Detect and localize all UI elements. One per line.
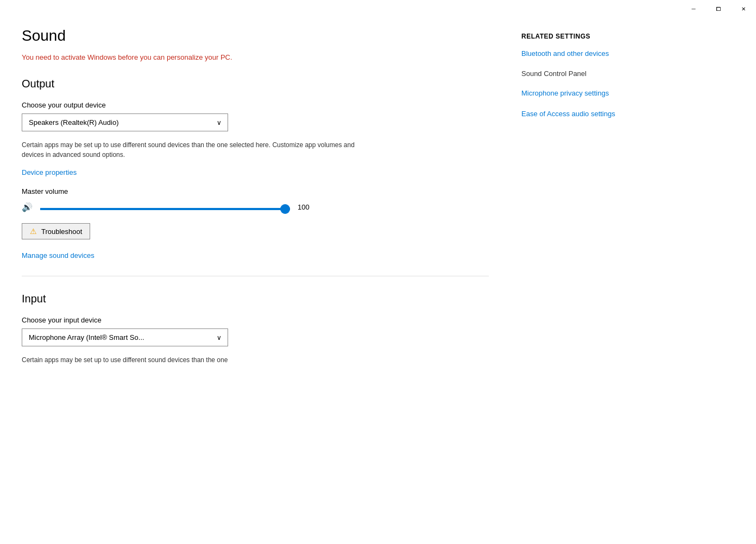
volume-label: Master volume [22, 187, 489, 195]
main-container: Sound You need to activate Windows befor… [0, 0, 756, 394]
input-device-dropdown-container: Microphone Array (Intel® Smart So... ∨ [22, 328, 228, 346]
input-device-label: Choose your input device [22, 316, 489, 324]
output-device-label: Choose your output device [22, 101, 489, 109]
sound-control-panel-link[interactable]: Sound Control Panel [521, 69, 663, 78]
input-description: Certain apps may be set up to use differ… [22, 355, 358, 365]
input-device-select[interactable]: Microphone Array (Intel® Smart So... [22, 328, 228, 346]
microphone-privacy-link[interactable]: Microphone privacy settings [521, 88, 663, 98]
volume-value: 100 [298, 203, 314, 211]
bluetooth-devices-link[interactable]: Bluetooth and other devices [521, 49, 663, 59]
close-button[interactable]: ✕ [731, 0, 756, 17]
warning-icon: ⚠ [30, 227, 37, 236]
maximize-button[interactable]: ⧠ [706, 0, 731, 17]
volume-slider-container [40, 203, 290, 212]
section-divider [22, 276, 489, 276]
content-area: Sound You need to activate Windows befor… [22, 27, 489, 372]
manage-sound-devices-link[interactable]: Manage sound devices [22, 251, 94, 260]
device-properties-link[interactable]: Device properties [22, 168, 77, 176]
output-device-select[interactable]: Speakers (Realtek(R) Audio) [22, 113, 228, 131]
volume-row: 🔊 100 [22, 202, 489, 212]
troubleshoot-label: Troubleshoot [41, 227, 82, 236]
volume-speaker-icon: 🔊 [22, 202, 33, 212]
output-device-dropdown-container: Speakers (Realtek(R) Audio) ∨ [22, 113, 228, 131]
activation-warning: You need to activate Windows before you … [22, 53, 489, 61]
related-settings-sidebar: Related Settings Bluetooth and other dev… [489, 27, 663, 372]
minimize-button[interactable]: ─ [681, 0, 706, 17]
page-title: Sound [22, 27, 489, 45]
input-heading: Input [22, 293, 489, 305]
related-settings-title: Related Settings [521, 33, 663, 40]
title-bar: ─ ⧠ ✕ [681, 0, 756, 17]
ease-of-access-audio-link[interactable]: Ease of Access audio settings [521, 109, 663, 119]
output-heading: Output [22, 78, 489, 90]
output-description: Certain apps may be set up to use differ… [22, 140, 358, 160]
troubleshoot-button[interactable]: ⚠ Troubleshoot [22, 223, 90, 239]
volume-slider[interactable] [40, 208, 290, 210]
